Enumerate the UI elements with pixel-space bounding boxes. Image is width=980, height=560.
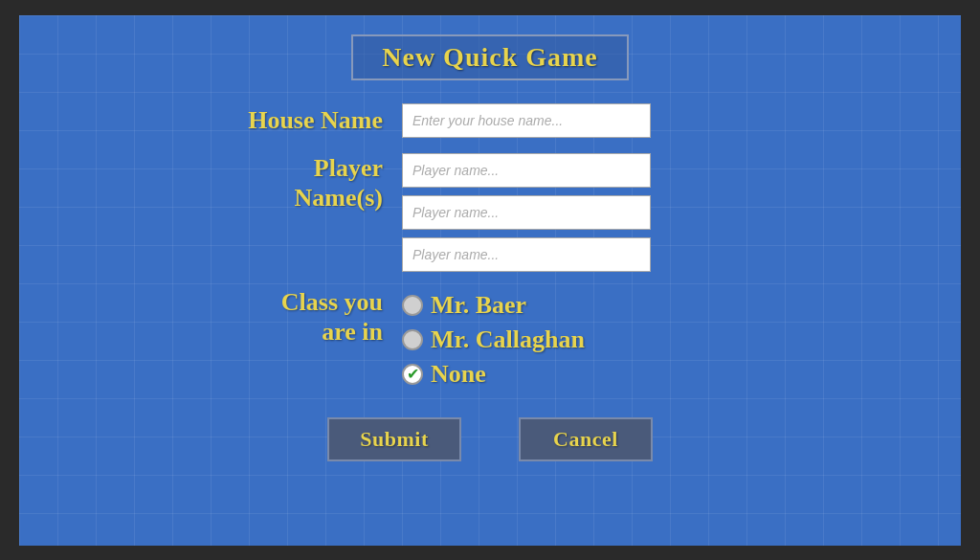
radio-option-mr-callaghan[interactable]: Mr. Callaghan	[402, 325, 585, 354]
player-name-input-2[interactable]	[402, 195, 651, 230]
player-names-label-col: PlayerName(s)	[96, 153, 402, 213]
radio-label-mr-baer: Mr. Baer	[431, 291, 526, 320]
house-name-inputs	[402, 103, 884, 138]
checkmark-icon: ✔	[407, 367, 419, 382]
radio-option-none[interactable]: ✔ None	[402, 360, 585, 389]
radio-label-mr-callaghan: Mr. Callaghan	[431, 325, 585, 354]
title-box: New Quick Game	[351, 34, 629, 80]
radio-option-mr-baer[interactable]: Mr. Baer	[402, 291, 585, 320]
form-content: New Quick Game House Name PlayerName(s)	[19, 15, 961, 481]
class-label-col: Class youare in	[96, 287, 402, 347]
house-name-label: House Name	[248, 106, 383, 134]
submit-button[interactable]: Submit	[327, 417, 461, 461]
cancel-button[interactable]: Cancel	[519, 417, 653, 461]
house-name-input[interactable]	[402, 103, 651, 138]
class-row: Class youare in Mr. Baer Mr. Callaghan	[96, 287, 884, 389]
radio-circle-mr-baer[interactable]	[402, 295, 423, 316]
player-names-label: PlayerName(s)	[295, 154, 383, 212]
player-name-input-3[interactable]	[402, 237, 651, 272]
radio-circle-mr-callaghan[interactable]	[402, 329, 423, 350]
house-name-row: House Name	[96, 103, 884, 138]
radio-options: Mr. Baer Mr. Callaghan ✔ None	[402, 287, 585, 389]
player-names-inputs	[402, 153, 884, 272]
house-name-label-col: House Name	[96, 105, 402, 135]
player-name-input-1[interactable]	[402, 153, 651, 188]
buttons-row: Submit Cancel	[327, 417, 653, 461]
player-names-row: PlayerName(s)	[96, 153, 884, 272]
form-area: House Name PlayerName(s)	[19, 103, 961, 408]
class-label: Class youare in	[281, 288, 383, 346]
radio-circle-none[interactable]: ✔	[402, 364, 423, 385]
main-frame: New Quick Game House Name PlayerName(s)	[16, 12, 964, 549]
radio-label-none: None	[431, 360, 486, 389]
page-title: New Quick Game	[382, 42, 598, 72]
